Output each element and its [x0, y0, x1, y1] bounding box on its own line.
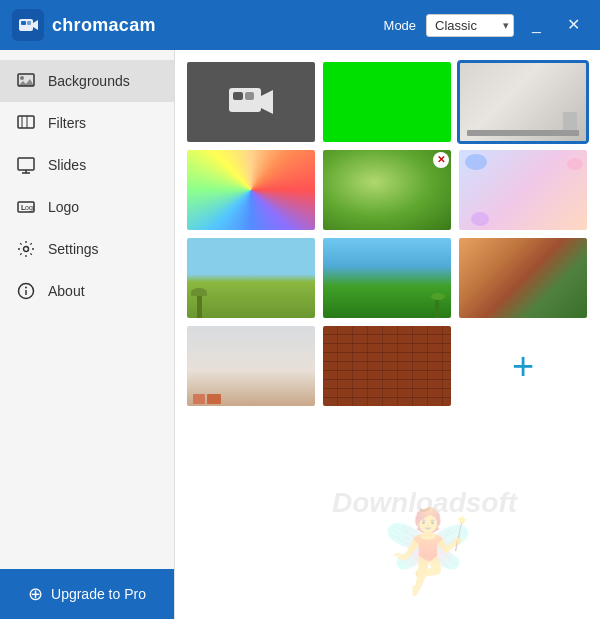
- backgrounds-icon: [16, 71, 36, 91]
- sidebar-item-settings[interactable]: Settings: [0, 228, 174, 270]
- app-name: chromacam: [52, 15, 156, 36]
- settings-label: Settings: [48, 241, 99, 257]
- svg-text:ogo: ogo: [25, 204, 35, 212]
- app-header: chromacam Mode Classic Standard Advanced…: [0, 0, 600, 50]
- svg-marker-6: [18, 79, 34, 86]
- thumb-bokeh[interactable]: [459, 150, 587, 230]
- close-button[interactable]: ✕: [559, 13, 588, 37]
- svg-rect-23: [245, 92, 254, 100]
- logo-label: Logo: [48, 199, 79, 215]
- logo-area: chromacam: [12, 9, 384, 41]
- thumb-palm-scene1[interactable]: [187, 238, 315, 318]
- window-controls: Mode Classic Standard Advanced _ ✕: [384, 13, 588, 37]
- add-icon: +: [512, 347, 534, 385]
- mascot-decoration: 🧚: [378, 505, 478, 599]
- thumbnail-grid: ✕: [187, 62, 587, 406]
- about-icon: [16, 281, 36, 301]
- svg-rect-20: [229, 88, 261, 112]
- svg-rect-2: [21, 21, 26, 25]
- thumb-modern-room[interactable]: [187, 326, 315, 406]
- slides-label: Slides: [48, 157, 86, 173]
- main-area: Backgrounds Filters: [0, 50, 600, 619]
- mode-select[interactable]: Classic Standard Advanced: [426, 14, 514, 37]
- content-area: ✕: [175, 50, 600, 619]
- settings-icon: [16, 239, 36, 259]
- minimize-button[interactable]: _: [524, 13, 549, 37]
- watermark: Downloadsoft: [332, 487, 517, 519]
- upgrade-label: Upgrade to Pro: [51, 586, 146, 602]
- mode-label: Mode: [384, 18, 417, 33]
- sidebar-item-logo[interactable]: L ogo Logo: [0, 186, 174, 228]
- svg-rect-7: [18, 116, 34, 128]
- add-background-button[interactable]: +: [459, 326, 587, 406]
- delete-badge[interactable]: ✕: [433, 152, 449, 168]
- upgrade-icon: ⊕: [28, 583, 43, 605]
- sidebar-nav: Backgrounds Filters: [0, 50, 174, 569]
- sidebar-item-filters[interactable]: Filters: [0, 102, 174, 144]
- thumb-green-screen[interactable]: [323, 62, 451, 142]
- mode-selector-wrap[interactable]: Classic Standard Advanced: [426, 14, 514, 37]
- thumb-brick-wall[interactable]: [323, 326, 451, 406]
- sidebar-item-backgrounds[interactable]: Backgrounds: [0, 60, 174, 102]
- svg-marker-1: [33, 20, 38, 30]
- thumb-office[interactable]: [459, 62, 587, 142]
- svg-rect-10: [18, 158, 34, 170]
- thumb-chromacam[interactable]: [187, 62, 315, 142]
- svg-point-19: [25, 287, 27, 289]
- svg-point-5: [20, 76, 24, 80]
- about-label: About: [48, 283, 85, 299]
- thumb-palm-scene2[interactable]: [323, 238, 451, 318]
- thumb-tropical[interactable]: [459, 238, 587, 318]
- logo-icon-nav: L ogo: [16, 197, 36, 217]
- app-logo-icon: [12, 9, 44, 41]
- svg-point-16: [24, 247, 29, 252]
- svg-rect-0: [19, 19, 33, 31]
- sidebar: Backgrounds Filters: [0, 50, 175, 619]
- thumb-sunburst[interactable]: [187, 150, 315, 230]
- thumb-green-blur[interactable]: ✕: [323, 150, 451, 230]
- slides-icon: [16, 155, 36, 175]
- backgrounds-label: Backgrounds: [48, 73, 130, 89]
- svg-rect-3: [27, 21, 31, 25]
- filters-label: Filters: [48, 115, 86, 131]
- sidebar-item-about[interactable]: About: [0, 270, 174, 312]
- svg-rect-22: [233, 92, 243, 100]
- upgrade-button[interactable]: ⊕ Upgrade to Pro: [0, 569, 174, 619]
- svg-marker-21: [261, 90, 273, 114]
- sidebar-item-slides[interactable]: Slides: [0, 144, 174, 186]
- filters-icon: [16, 113, 36, 133]
